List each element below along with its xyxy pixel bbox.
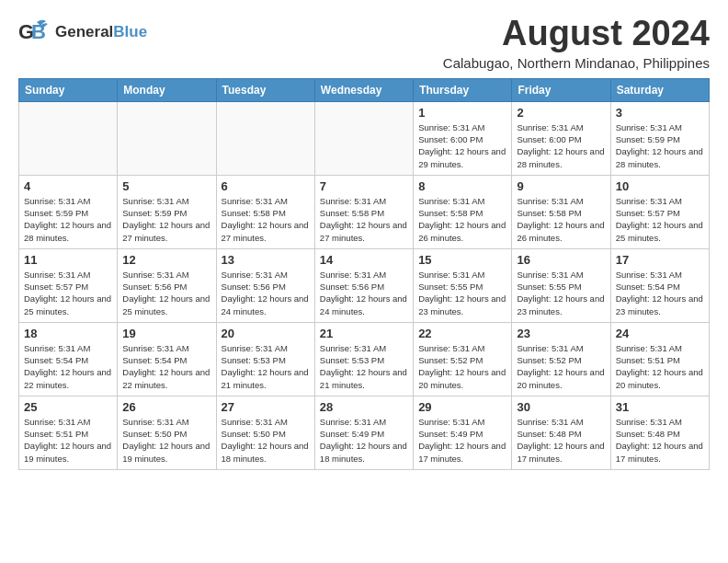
calendar-day-6: 6Sunrise: 5:31 AM Sunset: 5:58 PM Daylig… bbox=[216, 175, 314, 248]
day-number: 7 bbox=[320, 179, 408, 193]
day-info: Sunrise: 5:31 AM Sunset: 5:59 PM Dayligh… bbox=[616, 121, 704, 170]
calendar-day-26: 26Sunrise: 5:31 AM Sunset: 5:50 PM Dayli… bbox=[118, 396, 216, 469]
calendar-day-empty bbox=[118, 101, 216, 175]
calendar-day-30: 30Sunrise: 5:31 AM Sunset: 5:48 PM Dayli… bbox=[512, 396, 610, 469]
calendar-day-2: 2Sunrise: 5:31 AM Sunset: 6:00 PM Daylig… bbox=[512, 101, 610, 175]
day-number: 25 bbox=[24, 400, 112, 414]
calendar-day-7: 7Sunrise: 5:31 AM Sunset: 5:58 PM Daylig… bbox=[314, 175, 413, 248]
calendar-day-15: 15Sunrise: 5:31 AM Sunset: 5:55 PM Dayli… bbox=[414, 248, 512, 322]
day-number: 24 bbox=[616, 327, 704, 340]
day-number: 29 bbox=[418, 400, 506, 414]
day-info: Sunrise: 5:31 AM Sunset: 6:00 PM Dayligh… bbox=[517, 121, 605, 170]
day-number: 10 bbox=[616, 179, 704, 193]
calendar-day-22: 22Sunrise: 5:31 AM Sunset: 5:52 PM Dayli… bbox=[414, 322, 512, 396]
day-number: 23 bbox=[517, 327, 605, 340]
calendar-week-row: 25Sunrise: 5:31 AM Sunset: 5:51 PM Dayli… bbox=[19, 396, 710, 469]
day-info: Sunrise: 5:31 AM Sunset: 5:52 PM Dayligh… bbox=[418, 342, 506, 391]
day-number: 22 bbox=[418, 327, 506, 340]
day-number: 14 bbox=[320, 253, 408, 267]
day-info: Sunrise: 5:31 AM Sunset: 5:54 PM Dayligh… bbox=[616, 269, 704, 317]
calendar-week-row: 11Sunrise: 5:31 AM Sunset: 5:57 PM Dayli… bbox=[19, 248, 710, 322]
day-header-monday: Monday bbox=[118, 78, 216, 101]
day-info: Sunrise: 5:31 AM Sunset: 5:51 PM Dayligh… bbox=[24, 416, 112, 465]
calendar-day-29: 29Sunrise: 5:31 AM Sunset: 5:49 PM Dayli… bbox=[414, 396, 512, 469]
location-subtitle: Calabugao, Northern Mindanao, Philippine… bbox=[443, 55, 710, 71]
calendar-day-20: 20Sunrise: 5:31 AM Sunset: 5:53 PM Dayli… bbox=[216, 322, 314, 396]
day-number: 4 bbox=[24, 179, 112, 193]
calendar-day-empty bbox=[19, 101, 118, 175]
logo-general: General bbox=[55, 23, 113, 40]
calendar-day-3: 3Sunrise: 5:31 AM Sunset: 5:59 PM Daylig… bbox=[610, 101, 709, 175]
day-number: 6 bbox=[222, 179, 310, 193]
day-number: 21 bbox=[320, 327, 408, 340]
calendar-day-11: 11Sunrise: 5:31 AM Sunset: 5:57 PM Dayli… bbox=[19, 248, 118, 322]
day-number: 27 bbox=[222, 400, 310, 414]
day-info: Sunrise: 5:31 AM Sunset: 5:56 PM Dayligh… bbox=[320, 269, 408, 317]
day-info: Sunrise: 5:31 AM Sunset: 5:48 PM Dayligh… bbox=[616, 416, 704, 465]
day-info: Sunrise: 5:31 AM Sunset: 5:51 PM Dayligh… bbox=[616, 342, 704, 391]
day-info: Sunrise: 5:31 AM Sunset: 5:55 PM Dayligh… bbox=[418, 269, 506, 317]
calendar-day-16: 16Sunrise: 5:31 AM Sunset: 5:55 PM Dayli… bbox=[512, 248, 610, 322]
calendar-day-17: 17Sunrise: 5:31 AM Sunset: 5:54 PM Dayli… bbox=[610, 248, 709, 322]
day-info: Sunrise: 5:31 AM Sunset: 6:00 PM Dayligh… bbox=[418, 121, 506, 170]
calendar-day-31: 31Sunrise: 5:31 AM Sunset: 5:48 PM Dayli… bbox=[610, 396, 709, 469]
day-info: Sunrise: 5:31 AM Sunset: 5:58 PM Dayligh… bbox=[418, 195, 506, 244]
day-info: Sunrise: 5:31 AM Sunset: 5:55 PM Dayligh… bbox=[517, 269, 605, 317]
calendar-day-9: 9Sunrise: 5:31 AM Sunset: 5:58 PM Daylig… bbox=[512, 175, 610, 248]
day-info: Sunrise: 5:31 AM Sunset: 5:50 PM Dayligh… bbox=[222, 416, 310, 465]
logo-icon: G B bbox=[18, 15, 51, 48]
day-number: 26 bbox=[122, 400, 210, 414]
page-header: G B GeneralBlue August 2024 Calabugao, N… bbox=[18, 15, 710, 71]
day-number: 20 bbox=[222, 327, 310, 340]
day-header-friday: Friday bbox=[512, 78, 610, 101]
day-number: 5 bbox=[122, 179, 210, 193]
logo-blue: Blue bbox=[113, 23, 147, 40]
calendar-day-23: 23Sunrise: 5:31 AM Sunset: 5:52 PM Dayli… bbox=[512, 322, 610, 396]
day-info: Sunrise: 5:31 AM Sunset: 5:52 PM Dayligh… bbox=[517, 342, 605, 391]
day-info: Sunrise: 5:31 AM Sunset: 5:57 PM Dayligh… bbox=[24, 269, 112, 317]
calendar-table: SundayMondayTuesdayWednesdayThursdayFrid… bbox=[18, 78, 710, 470]
calendar-day-18: 18Sunrise: 5:31 AM Sunset: 5:54 PM Dayli… bbox=[19, 322, 118, 396]
day-number: 9 bbox=[517, 179, 605, 193]
calendar-day-5: 5Sunrise: 5:31 AM Sunset: 5:59 PM Daylig… bbox=[118, 175, 216, 248]
day-info: Sunrise: 5:31 AM Sunset: 5:49 PM Dayligh… bbox=[320, 416, 408, 465]
day-number: 15 bbox=[418, 253, 506, 267]
calendar-day-1: 1Sunrise: 5:31 AM Sunset: 6:00 PM Daylig… bbox=[414, 101, 512, 175]
calendar-day-28: 28Sunrise: 5:31 AM Sunset: 5:49 PM Dayli… bbox=[314, 396, 413, 469]
calendar-day-14: 14Sunrise: 5:31 AM Sunset: 5:56 PM Dayli… bbox=[314, 248, 413, 322]
calendar-day-4: 4Sunrise: 5:31 AM Sunset: 5:59 PM Daylig… bbox=[19, 175, 118, 248]
day-info: Sunrise: 5:31 AM Sunset: 5:53 PM Dayligh… bbox=[320, 342, 408, 391]
calendar-week-row: 1Sunrise: 5:31 AM Sunset: 6:00 PM Daylig… bbox=[19, 101, 710, 175]
day-info: Sunrise: 5:31 AM Sunset: 5:58 PM Dayligh… bbox=[222, 195, 310, 244]
calendar-week-row: 4Sunrise: 5:31 AM Sunset: 5:59 PM Daylig… bbox=[19, 175, 710, 248]
calendar-day-25: 25Sunrise: 5:31 AM Sunset: 5:51 PM Dayli… bbox=[19, 396, 118, 469]
day-number: 12 bbox=[122, 253, 210, 267]
day-info: Sunrise: 5:31 AM Sunset: 5:59 PM Dayligh… bbox=[122, 195, 210, 244]
day-number: 2 bbox=[517, 106, 605, 120]
day-number: 1 bbox=[418, 106, 506, 120]
calendar-day-19: 19Sunrise: 5:31 AM Sunset: 5:54 PM Dayli… bbox=[118, 322, 216, 396]
day-header-tuesday: Tuesday bbox=[216, 78, 314, 101]
calendar-day-empty bbox=[314, 101, 413, 175]
day-header-thursday: Thursday bbox=[414, 78, 512, 101]
day-number: 28 bbox=[320, 400, 408, 414]
calendar-day-10: 10Sunrise: 5:31 AM Sunset: 5:57 PM Dayli… bbox=[610, 175, 709, 248]
day-info: Sunrise: 5:31 AM Sunset: 5:59 PM Dayligh… bbox=[24, 195, 112, 244]
day-number: 17 bbox=[616, 253, 704, 267]
day-number: 30 bbox=[517, 400, 605, 414]
day-info: Sunrise: 5:31 AM Sunset: 5:54 PM Dayligh… bbox=[24, 342, 112, 391]
day-number: 19 bbox=[122, 327, 210, 340]
calendar-week-row: 18Sunrise: 5:31 AM Sunset: 5:54 PM Dayli… bbox=[19, 322, 710, 396]
calendar-day-21: 21Sunrise: 5:31 AM Sunset: 5:53 PM Dayli… bbox=[314, 322, 413, 396]
calendar-day-12: 12Sunrise: 5:31 AM Sunset: 5:56 PM Dayli… bbox=[118, 248, 216, 322]
day-number: 8 bbox=[418, 179, 506, 193]
day-header-sunday: Sunday bbox=[19, 78, 118, 101]
day-info: Sunrise: 5:31 AM Sunset: 5:48 PM Dayligh… bbox=[517, 416, 605, 465]
day-info: Sunrise: 5:31 AM Sunset: 5:57 PM Dayligh… bbox=[616, 195, 704, 244]
day-info: Sunrise: 5:31 AM Sunset: 5:58 PM Dayligh… bbox=[517, 195, 605, 244]
day-header-wednesday: Wednesday bbox=[314, 78, 413, 101]
day-info: Sunrise: 5:31 AM Sunset: 5:56 PM Dayligh… bbox=[122, 269, 210, 317]
day-number: 11 bbox=[24, 253, 112, 267]
day-number: 18 bbox=[24, 327, 112, 340]
day-info: Sunrise: 5:31 AM Sunset: 5:53 PM Dayligh… bbox=[222, 342, 310, 391]
